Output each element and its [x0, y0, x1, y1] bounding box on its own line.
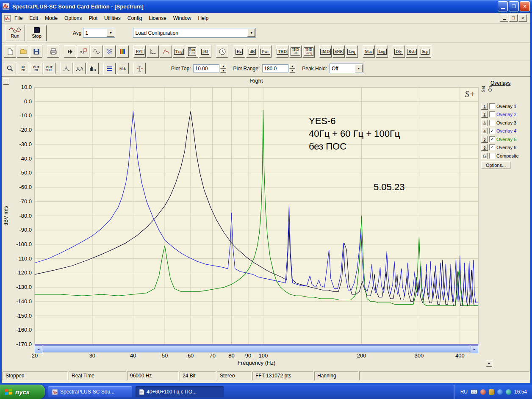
dual-peak-view-button[interactable] [73, 63, 86, 74]
zoom-out-full-button[interactable]: OUT FULL [43, 63, 55, 74]
peak-hold-combobox[interactable]: Off ▼ [330, 64, 363, 73]
plot-range-spin-up-icon[interactable]: ▲ [289, 64, 295, 69]
zoom-out-2x-button[interactable]: OUT 2X [30, 63, 42, 74]
composite-set-button[interactable]: C [481, 152, 488, 159]
close-button[interactable]: ✕ [520, 1, 530, 11]
waveform-button[interactable] [90, 45, 103, 58]
overlay-3-set-button[interactable]: 3 [481, 119, 488, 126]
run-control-button[interactable]: Run Ctrl [186, 45, 198, 58]
overlay-6-checkbox[interactable]: ✓ [489, 144, 495, 150]
overlays-options-button[interactable]: Options... [481, 161, 510, 169]
plot-top-spin-down-icon[interactable]: ▼ [220, 69, 226, 73]
run-button[interactable]: Run [5, 25, 25, 41]
fft-settings-button[interactable]: FFT [133, 45, 146, 58]
plot-top-spinner[interactable]: ▲ ▼ [220, 64, 226, 73]
reverb-button[interactable]: Rvb [406, 45, 418, 58]
overlay-5-set-button[interactable]: 5 [481, 136, 488, 143]
stop-button[interactable]: Stop [27, 25, 47, 41]
zoom-in-2x-button[interactable]: IN 2X [17, 63, 29, 74]
delay-button[interactable]: Dly [393, 45, 405, 58]
menu-config[interactable]: Config [124, 14, 146, 23]
narrowband-view-button[interactable] [60, 63, 72, 74]
composite-checkbox[interactable] [489, 153, 495, 159]
line-view-button[interactable] [103, 63, 116, 74]
plot-horizontal-scrollbar[interactable]: ◄ ► [35, 345, 478, 352]
scaling-button[interactable] [147, 45, 159, 58]
menu-window[interactable]: Window [170, 14, 195, 23]
plot-range-spinner[interactable]: ▲ ▼ [289, 64, 295, 73]
scroll-right-icon[interactable]: ► [471, 345, 478, 353]
db-units-button[interactable]: dB [246, 45, 258, 58]
peak-hold-dropdown-icon[interactable]: ▼ [355, 64, 363, 72]
post-processing-button[interactable] [160, 45, 172, 58]
spectrum-plot[interactable]: 10.00.0-10.0-20.0-30.0-40.0-50.0-60.0-70… [2, 77, 482, 369]
child-close-button[interactable]: ✕ [518, 14, 527, 22]
multi-waveform-button[interactable] [103, 45, 116, 58]
task-button-spectraplus[interactable]: SpectraPLUS-SC Sou... [48, 386, 132, 397]
new-file-button[interactable] [4, 45, 16, 58]
menu-options[interactable]: Options [61, 14, 85, 23]
start-button[interactable]: пуск [0, 385, 45, 399]
plot-range-spin-down-icon[interactable]: ▼ [289, 69, 295, 73]
menu-license[interactable]: License [145, 14, 169, 23]
spectrogram-button[interactable] [116, 45, 129, 58]
child-minimize-button[interactable] [500, 14, 508, 22]
scroll-left-icon[interactable]: ◄ [35, 345, 42, 353]
scope-button[interactable]: Scp [419, 45, 431, 58]
imd-button[interactable]: IMD [319, 45, 332, 58]
overlay-2-set-button[interactable]: 2 [481, 111, 488, 118]
fast-forward-button[interactable] [64, 45, 76, 58]
hz-units-button[interactable]: Hz [233, 45, 245, 58]
overlay-3-checkbox[interactable] [489, 120, 495, 126]
menu-mode[interactable]: Mode [42, 14, 61, 23]
menu-edit[interactable]: Edit [26, 14, 42, 23]
bar-view-button[interactable] [86, 63, 99, 74]
overlay-4-set-button[interactable]: 4 [481, 127, 488, 134]
tray-icon-2[interactable] [489, 389, 494, 395]
language-indicator[interactable]: RU [460, 389, 468, 395]
cursor-tool-button[interactable] [133, 63, 146, 74]
pane-expand-button[interactable]: + [486, 360, 492, 367]
keyboard-icon[interactable] [471, 389, 477, 394]
overlay-4-checkbox[interactable]: ✓ [489, 128, 495, 134]
plot-top-spin-up-icon[interactable]: ▲ [220, 64, 226, 69]
child-restore-button[interactable]: ❐ [509, 14, 518, 22]
overlay-5-checkbox[interactable]: ✓ [489, 136, 495, 142]
overlay-1-checkbox[interactable] [489, 103, 495, 109]
marker-button[interactable]: Mrk [116, 63, 129, 74]
pane-collapse-button[interactable]: - [3, 78, 9, 85]
zoom-button[interactable] [4, 63, 16, 74]
configuration-combobox[interactable]: Load Configuration ▼ [133, 28, 256, 38]
menu-file[interactable]: File [11, 14, 26, 23]
logging-button[interactable]: Log [376, 45, 388, 58]
thd-button[interactable]: THD [276, 45, 288, 58]
tray-icon-3[interactable] [497, 389, 503, 395]
thd-n-button[interactable]: THD +N [289, 45, 302, 58]
avg-combobox[interactable]: 1 ▼ [83, 28, 115, 38]
overlay-6-set-button[interactable]: 6 [481, 144, 488, 151]
snr-button[interactable]: SNR [332, 45, 345, 58]
tray-icon-1[interactable] [480, 389, 486, 395]
time-series-zoom-button[interactable] [77, 45, 89, 58]
plot-range-input[interactable] [262, 64, 288, 72]
power-units-button[interactable]: Pwr [259, 45, 272, 58]
macro-button[interactable]: Mac [363, 45, 375, 58]
overlay-2-checkbox[interactable] [489, 111, 495, 117]
print-button[interactable] [47, 45, 59, 58]
io-device-button[interactable]: I/O [199, 45, 211, 58]
leq-button[interactable]: Leq [346, 45, 358, 58]
scrollbar-thumb[interactable] [43, 345, 470, 352]
restore-button[interactable]: ❐ [509, 1, 519, 11]
tray-icon-4[interactable] [506, 389, 511, 395]
thd-freq-button[interactable]: THD Freq [302, 45, 315, 58]
plot-top-input[interactable] [193, 64, 219, 72]
minimize-button[interactable] [498, 1, 508, 11]
signal-generator-button[interactable] [216, 45, 228, 58]
open-file-button[interactable] [17, 45, 29, 58]
configuration-dropdown-icon[interactable]: ▼ [247, 29, 255, 37]
menu-plot[interactable]: Plot [85, 14, 101, 23]
save-button[interactable] [30, 45, 42, 58]
menu-utilities[interactable]: Utilities [101, 14, 124, 23]
overlay-1-set-button[interactable]: 1 [481, 103, 488, 110]
trigger-button[interactable]: Trig [173, 45, 185, 58]
